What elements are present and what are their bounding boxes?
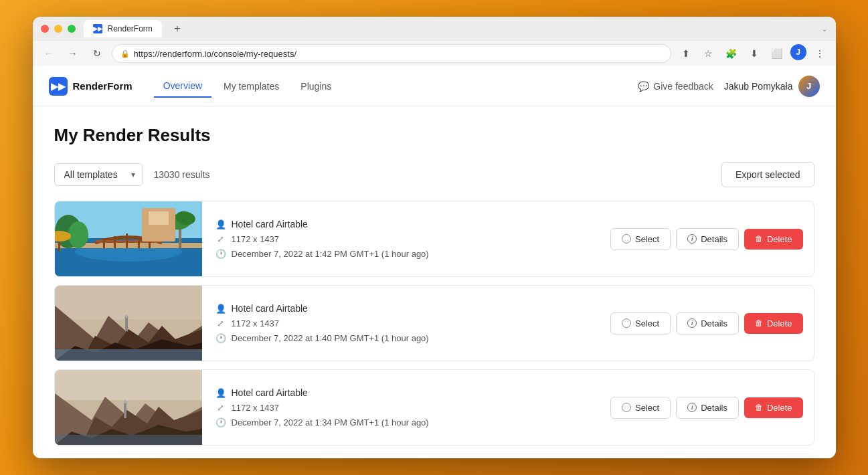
- user-icon-1: 👤: [215, 219, 226, 229]
- svg-rect-10: [138, 236, 140, 248]
- table-row: 👤 Hotel card Airtable ⤢ 1172 x 1437 🕐 De…: [54, 285, 814, 361]
- browser-profile-icon[interactable]: J: [790, 44, 806, 60]
- svg-rect-20: [55, 286, 202, 319]
- feedback-icon: 💬: [638, 81, 649, 92]
- card-info-1: 👤 Hotel card Airtable ⤢ 1172 x 1437 🕐 De…: [202, 208, 611, 270]
- app-content: ▶▶ RenderForm Overview My templates Plug…: [33, 66, 836, 458]
- brand: ▶▶ RenderForm: [49, 77, 133, 96]
- nav-link-plugins[interactable]: Plugins: [291, 76, 341, 97]
- info-icon-2: i: [687, 318, 697, 328]
- delete-label-1: Delete: [767, 234, 792, 244]
- sidebar-icon[interactable]: ⬜: [768, 44, 786, 63]
- delete-button-2[interactable]: 🗑 Delete: [744, 313, 803, 334]
- delete-button-1[interactable]: 🗑 Delete: [744, 229, 803, 250]
- feedback-label: Give feedback: [653, 81, 713, 92]
- card-template-name-3: 👤 Hotel card Airtable: [215, 387, 598, 398]
- details-button-3[interactable]: i Details: [676, 397, 739, 419]
- dimensions-text-3: 1172 x 1437: [232, 403, 280, 413]
- select-circle-icon-2: [622, 318, 631, 328]
- nav-link-overview[interactable]: Overview: [154, 75, 211, 98]
- main-area: My Render Results All templates 13030 re…: [33, 106, 836, 458]
- table-row: 👤 Hotel card Airtable ⤢ 1172 x 1437 🕐 De…: [54, 201, 814, 277]
- filter-left: All templates 13030 results: [54, 163, 210, 186]
- tab-favicon: ▶▶: [93, 24, 102, 33]
- svg-rect-7: [103, 240, 105, 248]
- dimensions-text-2: 1172 x 1437: [232, 318, 280, 328]
- browser-tab[interactable]: ▶▶ RenderForm: [84, 20, 162, 37]
- browser-window: ▶▶ RenderForm + ⌄ ← → ↻ 🔒 https://render…: [33, 17, 836, 458]
- card-template-name-2: 👤 Hotel card Airtable: [215, 303, 598, 314]
- address-bar[interactable]: 🔒 https://renderform.io/console/my-reque…: [112, 44, 671, 63]
- browser-titlebar: ▶▶ RenderForm + ⌄: [33, 17, 836, 41]
- nav-links: Overview My templates Plugins: [154, 75, 341, 98]
- table-row: 👤 Hotel card Airtable ⤢ 1172 x 1437 🕐 De…: [54, 369, 814, 446]
- download-icon[interactable]: ⬇: [745, 44, 764, 63]
- nav-link-my-templates[interactable]: My templates: [214, 76, 288, 97]
- select-button-2[interactable]: Select: [610, 312, 671, 335]
- resize-icon-2: ⤢: [215, 318, 226, 328]
- template-filter-select[interactable]: All templates: [54, 163, 143, 186]
- svg-rect-8: [114, 236, 116, 248]
- trash-icon-3: 🗑: [755, 403, 763, 412]
- card-dimensions-1: ⤢ 1172 x 1437: [215, 233, 598, 244]
- share-icon[interactable]: ⬆: [677, 44, 695, 63]
- bookmark-icon[interactable]: ☆: [699, 44, 718, 63]
- give-feedback-button[interactable]: 💬 Give feedback: [638, 81, 713, 92]
- new-tab-button[interactable]: +: [170, 21, 185, 36]
- svg-rect-34: [55, 435, 202, 445]
- timestamp-text-1: December 7, 2022 at 1:42 PM GMT+1 (1 hou…: [232, 249, 429, 259]
- clock-icon-3: 🕐: [215, 417, 226, 428]
- select-label-1: Select: [635, 234, 659, 244]
- forward-button[interactable]: →: [64, 44, 82, 63]
- select-button-3[interactable]: Select: [610, 397, 671, 419]
- card-info-3: 👤 Hotel card Airtable ⤢ 1172 x 1437 🕐 De…: [202, 377, 611, 438]
- back-button[interactable]: ←: [39, 44, 58, 63]
- delete-label-2: Delete: [767, 318, 792, 328]
- card-dimensions-2: ⤢ 1172 x 1437: [215, 318, 598, 328]
- trash-icon-1: 🗑: [755, 234, 763, 244]
- svg-rect-28: [55, 370, 202, 400]
- card-meta-3: 👤 Hotel card Airtable ⤢ 1172 x 1437 🕐 De…: [215, 387, 598, 428]
- user-initials: J: [806, 81, 811, 91]
- card-actions-1: Select i Details 🗑 Delete: [610, 228, 813, 250]
- card-actions-2: Select i Details 🗑 Delete: [610, 312, 813, 335]
- details-label-3: Details: [701, 403, 727, 413]
- card-template-name-1: 👤 Hotel card Airtable: [215, 219, 598, 229]
- timestamp-text-3: December 7, 2022 at 1:34 PM GMT+1 (1 hou…: [232, 417, 429, 428]
- svg-rect-24: [125, 318, 128, 331]
- card-thumbnail-3: [55, 370, 202, 445]
- card-meta-2: 👤 Hotel card Airtable ⤢ 1172 x 1437 🕐 De…: [215, 303, 598, 343]
- svg-point-5: [68, 221, 88, 248]
- card-actions-3: Select i Details 🗑 Delete: [610, 397, 813, 419]
- clock-icon-2: 🕐: [215, 332, 226, 343]
- extensions-icon[interactable]: 🧩: [722, 44, 741, 63]
- dimensions-text-1: 1172 x 1437: [232, 234, 280, 244]
- toolbar-actions: ⬆ ☆ 🧩 ⬇ ⬜ J ⋮: [677, 44, 829, 63]
- user-name: Jakub Pomykała: [724, 81, 793, 92]
- minimize-button[interactable]: [54, 25, 62, 33]
- details-button-2[interactable]: i Details: [676, 312, 739, 335]
- menu-icon[interactable]: ⋮: [810, 44, 829, 63]
- delete-button-3[interactable]: 🗑 Delete: [744, 397, 803, 418]
- svg-rect-26: [55, 349, 202, 361]
- brand-name: RenderForm: [73, 80, 133, 92]
- details-label-1: Details: [701, 234, 727, 244]
- export-selected-button[interactable]: Export selected: [721, 162, 814, 187]
- user-info[interactable]: Jakub Pomykała J: [724, 76, 820, 97]
- delete-label-3: Delete: [767, 403, 792, 413]
- card-title-1: Hotel card Airtable: [232, 219, 308, 229]
- refresh-button[interactable]: ↻: [88, 44, 106, 63]
- select-button-1[interactable]: Select: [610, 228, 671, 250]
- close-button[interactable]: [41, 25, 49, 33]
- table-row: [54, 454, 814, 458]
- thumbnail-image-1: [55, 201, 202, 276]
- lock-icon: 🔒: [120, 50, 130, 58]
- select-circle-icon-3: [622, 403, 631, 412]
- chevron-down-icon[interactable]: ⌄: [821, 24, 828, 33]
- maximize-button[interactable]: [68, 25, 76, 33]
- nav-right: 💬 Give feedback Jakub Pomykała J: [638, 76, 819, 97]
- browser-addressbar: ← → ↻ 🔒 https://renderform.io/console/my…: [33, 41, 836, 66]
- select-circle-icon-1: [622, 234, 631, 244]
- details-button-1[interactable]: i Details: [676, 228, 739, 250]
- top-nav: ▶▶ RenderForm Overview My templates Plug…: [33, 66, 836, 106]
